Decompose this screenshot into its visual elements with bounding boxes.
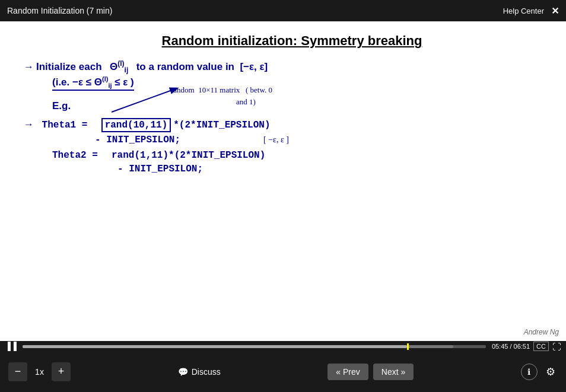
- slide-title: Random initialization: Symmetry breaking: [162, 33, 422, 48]
- speed-label: 1x: [32, 367, 47, 377]
- fullscreen-button[interactable]: ⛶: [552, 342, 561, 352]
- theta1-rest: *(2*INIT_EPSILON): [173, 120, 270, 130]
- help-center-link[interactable]: Help Center: [503, 7, 544, 15]
- progress-buffered: [407, 345, 453, 348]
- info-button[interactable]: ℹ: [521, 364, 538, 380]
- prev-button[interactable]: « Prev: [327, 364, 368, 380]
- right-icons: ℹ ⚙: [521, 364, 558, 380]
- theta2-label: Theta2 =: [52, 150, 109, 161]
- handwritten-bracket: [ −ε, ε ]: [263, 135, 289, 145]
- progress-marker: [407, 343, 409, 350]
- title-bar: Random Initialization (7 min) Help Cente…: [0, 0, 566, 21]
- theta1-boxed: rand(10,11): [101, 118, 171, 132]
- speed-minus-button[interactable]: −: [8, 362, 27, 381]
- theta2-code: rand(1,11)*(2*INIT_EPSILON): [112, 150, 265, 161]
- discuss-button[interactable]: 💬 Discuss: [178, 367, 221, 377]
- title-right-controls: Help Center ✕: [503, 5, 559, 17]
- theta2-line2: - INIT_EPSILON;: [117, 164, 203, 174]
- slide-content: Random initialization: Symmetry breaking…: [0, 21, 566, 341]
- speed-plus-button[interactable]: +: [52, 362, 71, 381]
- play-pause-button[interactable]: ▐▐: [5, 342, 17, 351]
- time-display: 05:45 / 06:51: [492, 343, 530, 350]
- line1-rest: to a random value in [−ε, ε]: [131, 61, 268, 73]
- cc-button[interactable]: CC: [533, 342, 549, 351]
- discuss-label: Discuss: [192, 367, 221, 377]
- theta-notation: Θ(l)ij: [110, 59, 128, 74]
- next-button[interactable]: Next »: [373, 364, 414, 380]
- gear-button[interactable]: ⚙: [543, 365, 558, 379]
- handwritten-and1: and 1): [236, 97, 256, 107]
- lower-controls: − 1x + 💬 Discuss « Prev Next » ℹ ⚙: [0, 351, 566, 392]
- svg-line-0: [112, 88, 177, 112]
- line1-text: Initialize each: [36, 61, 107, 73]
- annotation-arrow: [106, 82, 195, 118]
- eg-label: E.g.: [52, 100, 71, 111]
- window-title: Random Initialization (7 min): [7, 6, 112, 15]
- progress-area[interactable]: ▐▐ 05:45 / 06:51 CC ⛶: [0, 341, 566, 352]
- nav-buttons: « Prev Next »: [327, 364, 414, 380]
- discuss-icon: 💬: [178, 367, 188, 377]
- video-area: Random initialization: Symmetry breaking…: [0, 21, 566, 341]
- theta1-line2: - INIT_EPSILON;: [95, 135, 180, 145]
- close-button[interactable]: ✕: [551, 5, 559, 17]
- arrow-theta1: →: [24, 119, 34, 130]
- theta1-label: Theta1 =: [36, 120, 99, 130]
- arrow-1: →: [24, 61, 34, 73]
- speed-controls: − 1x +: [8, 362, 71, 381]
- watermark: Andrew Ng: [524, 328, 559, 336]
- progress-fill: [23, 345, 407, 348]
- progress-track[interactable]: [23, 345, 486, 348]
